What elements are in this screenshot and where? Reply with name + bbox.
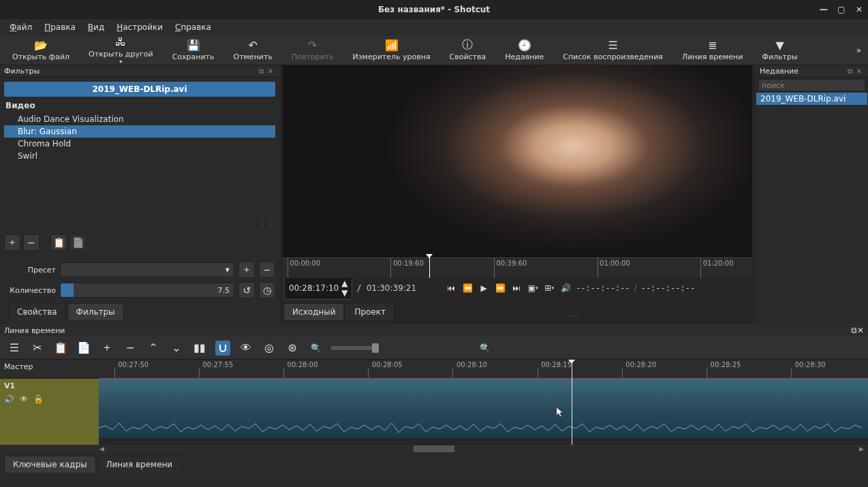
menu-view[interactable]: Вид (82, 20, 110, 34)
filter-item[interactable]: Blur: Gaussian (4, 125, 275, 138)
zoom-out-button[interactable]: 🔍− (308, 341, 323, 356)
play-button[interactable]: ▶ (478, 282, 490, 294)
undo-button[interactable]: ↶Отменить (224, 37, 282, 64)
close-panel-icon[interactable]: ✕ (266, 67, 275, 76)
preset-combo[interactable]: ▼ (60, 262, 234, 277)
scroll-left-icon[interactable]: ◀ (99, 445, 104, 452)
redo-button[interactable]: ↷Повторить (282, 37, 343, 64)
hide-icon[interactable]: 👁 (20, 394, 28, 404)
ripple-all-button[interactable]: ⊛ (285, 341, 300, 356)
undock-icon[interactable]: ⧉ (845, 67, 854, 76)
scroll-right-icon[interactable]: ▶ (859, 445, 864, 452)
recent-search-input[interactable]: поиск (758, 79, 865, 91)
menu-edit[interactable]: Правка (39, 20, 81, 34)
preview-playhead[interactable] (429, 254, 430, 278)
keyframe-amount-button[interactable]: ◷ (259, 282, 275, 298)
filter-item[interactable]: Chroma Hold (4, 138, 275, 150)
maximize-button[interactable]: ▢ (835, 3, 848, 16)
timeline-tracks[interactable]: 00:27:50 00:27:55 00:28:00 00:28:05 00:2… (99, 360, 868, 445)
close-panel-icon[interactable]: ✕ (854, 67, 864, 76)
timeline-clip[interactable] (99, 379, 868, 438)
ripple-button[interactable]: ◎ (262, 341, 277, 356)
menu-file[interactable]: Файл (4, 20, 37, 34)
minimize-button[interactable]: — (818, 3, 830, 16)
timeline-icon: ≣ (708, 39, 717, 51)
filter-item[interactable]: Audio Dance Visualization (4, 113, 275, 125)
scroll-thumb[interactable] (414, 445, 454, 452)
properties-button[interactable]: ⓘСвойства (440, 37, 496, 64)
master-track-header[interactable]: Мастер (0, 360, 99, 379)
skip-start-button[interactable]: ⏮ (445, 282, 457, 294)
filter-item[interactable]: Swirl (4, 150, 275, 162)
preview-ruler[interactable]: 00:00:00 00:19:60 00:39:60 01:00:00 01:2… (283, 257, 752, 278)
lock-icon[interactable]: 🔓 (33, 394, 44, 404)
tab-timeline-bottom[interactable]: Линия времени (97, 456, 182, 473)
append-button[interactable]: ＋ (99, 341, 114, 356)
zoom-menu-button[interactable]: ▣▾ (527, 282, 539, 294)
skip-end-button[interactable]: ⏭ (510, 282, 523, 294)
amount-label: Количество (4, 286, 56, 295)
copy-filter-button[interactable]: 📋 (50, 234, 67, 251)
fast-forward-button[interactable]: ⏩ (494, 282, 506, 294)
undock-icon[interactable]: ⧉ (256, 67, 266, 76)
remove-button[interactable]: − (123, 341, 138, 356)
zoom-handle[interactable] (372, 343, 379, 353)
save-button[interactable]: 💾Сохранить (163, 37, 224, 64)
funnel-icon: ▼ (775, 39, 784, 51)
amount-slider[interactable]: 7.5 (60, 283, 234, 298)
recent-item[interactable]: 2019_WEB-DLRip.avi (756, 93, 867, 105)
playlist-button[interactable]: ☰Список воспроизведения (553, 37, 672, 64)
open-other-button[interactable]: 🖧Открыть другой▾ (79, 37, 163, 64)
recent-panel-title: Недавние (760, 67, 845, 76)
menu-help[interactable]: Справка (170, 20, 217, 34)
paste-filter-button[interactable]: 📄 (69, 234, 86, 251)
timeline-button[interactable]: ≣Линия времени (672, 37, 753, 64)
zoom-in-button[interactable]: 🔍+ (477, 341, 492, 356)
timeline-playhead[interactable] (572, 360, 572, 445)
drag-handle-icon[interactable]: ┄┄ (396, 313, 751, 320)
toolbar-overflow[interactable]: » (852, 46, 865, 55)
mute-icon[interactable]: 🔊 (4, 394, 14, 404)
delete-preset-button[interactable]: − (259, 262, 275, 278)
grid-menu-button[interactable]: ⊞▾ (543, 282, 555, 294)
menu-settings[interactable]: Настройки (111, 20, 168, 34)
overwrite-button[interactable]: ⌄ (169, 341, 184, 356)
filters-button[interactable]: ▼Фильтры (752, 37, 807, 64)
timeline-menu-button[interactable]: ☰ (7, 341, 22, 356)
peak-meter-button[interactable]: 📶Измеритель уровня (343, 37, 440, 64)
tab-filters[interactable]: Фильтры (67, 303, 124, 320)
cut-button[interactable]: ✂ (30, 341, 45, 356)
zoom-slider[interactable] (331, 346, 379, 350)
close-panel-icon[interactable]: ✕ (857, 326, 864, 335)
timeline-scrollbar[interactable]: ◀ ▶ (0, 445, 868, 453)
tab-project[interactable]: Проект (345, 303, 394, 320)
close-button[interactable]: ✕ (853, 3, 865, 16)
window-title: Без названия* - Shotcut (378, 5, 490, 14)
split-button[interactable]: ▮▮ (192, 341, 207, 356)
paste-button[interactable]: 📄 (76, 341, 91, 356)
current-timecode[interactable]: 00:28:17:10▲▼ (284, 277, 352, 300)
timeline-ruler[interactable]: 00:27:50 00:27:55 00:28:00 00:28:05 00:2… (99, 360, 868, 379)
scrub-button[interactable]: 👁 (238, 341, 253, 356)
reset-amount-button[interactable]: ↺ (238, 282, 255, 298)
duration-display: / 01:30:39:21 (356, 283, 416, 293)
snap-button[interactable] (215, 341, 230, 356)
rewind-button[interactable]: ⏪ (461, 282, 474, 294)
undock-icon[interactable]: ⧉ (851, 326, 857, 335)
open-file-button[interactable]: 📂Открыть файл (3, 37, 79, 64)
remove-filter-button[interactable]: − (23, 234, 40, 251)
tab-source[interactable]: Исходный (283, 303, 344, 320)
chevron-down-icon: ▼ (226, 267, 230, 273)
volume-button[interactable]: 🔊 (559, 282, 572, 294)
add-filter-button[interactable]: ＋ (4, 234, 20, 251)
tc-down-icon[interactable]: ▼ (341, 288, 347, 298)
copy-button[interactable]: 📋 (53, 341, 68, 356)
preview-monitor[interactable] (283, 65, 752, 257)
lift-button[interactable]: ⌃ (146, 341, 161, 356)
tc-up-icon[interactable]: ▲ (341, 279, 347, 288)
tab-keyframes[interactable]: Ключевые кадры (4, 456, 96, 473)
tab-properties[interactable]: Свойства (8, 303, 66, 320)
save-preset-button[interactable]: ＋ (238, 262, 255, 278)
track-header-v1[interactable]: V1 🔊 👁 🔓 (0, 379, 99, 445)
recent-button[interactable]: 🕘Недавние (495, 37, 553, 64)
